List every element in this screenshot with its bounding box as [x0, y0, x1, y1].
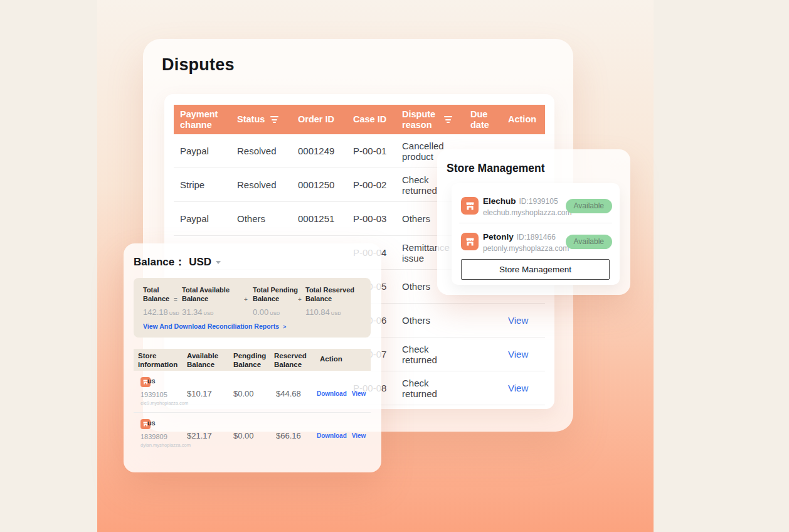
col-dispute-reason: Dispute reason	[402, 105, 465, 134]
view-link[interactable]: View	[508, 383, 543, 393]
cell-order-id: 0001251	[298, 213, 348, 224]
store-id: 1939105	[140, 391, 167, 398]
plus-operator: +	[298, 296, 302, 303]
view-link[interactable]: View	[352, 432, 366, 439]
download-link[interactable]: Download	[317, 390, 347, 397]
region-label: US	[147, 378, 156, 385]
view-link[interactable]: View	[508, 349, 543, 359]
equals-operator: =	[174, 296, 177, 303]
store-list-panel: ElechubID:1939105 elechub.myshoplazza.co…	[452, 183, 620, 285]
balance-store-row: US 1939105 ele9.myshoplazza.com $10.17 $…	[134, 371, 371, 413]
store-domain: ele9.myshoplazza.com	[140, 400, 188, 406]
plus-operator: +	[244, 296, 248, 303]
balance-store-row: US 1839809 dylan.myshoplazza.com $21.17 …	[134, 413, 371, 457]
download-link[interactable]: Download	[317, 432, 347, 439]
col-due-date: Due date	[470, 105, 499, 134]
balance-title: Balance：USD	[134, 255, 221, 269]
available-balance-value: $10.17	[187, 389, 212, 398]
store-id: ID:1939105	[519, 197, 558, 206]
store-domain: elechub.myshoplazza.com	[483, 208, 571, 217]
col-reserved-balance: Reserved Balance	[274, 351, 312, 370]
cell-case-id: P-00-03	[353, 213, 397, 224]
col-payment-channel: Payment channe	[180, 105, 235, 134]
store-id: ID:1891466	[517, 233, 556, 242]
total-balance: Total Balance 142.18USD	[143, 286, 176, 317]
reserved-balance-value: $66.16	[276, 431, 301, 440]
balance-card: Balance：USD Total Balance 142.18USD = To…	[124, 243, 381, 472]
disputes-table-header: Payment channe Status Order ID Case ID D…	[174, 105, 545, 134]
store-management-title: Store Management	[447, 162, 545, 175]
cell-order-id: 0001249	[298, 146, 348, 156]
cell-order-id: 0001250	[298, 179, 348, 190]
cell-case-id: P-00-01	[353, 146, 397, 156]
currency-selector[interactable]: USD	[189, 256, 211, 268]
pending-balance-value: $0.00	[233, 431, 254, 440]
pending-balance-value: $0.00	[233, 389, 254, 398]
cell-dispute-reason: Check returned	[402, 377, 462, 399]
store-id: 1839809	[140, 433, 167, 440]
store-row: PetonlyID:1891466 petonly.myshoplazza.co…	[459, 224, 612, 259]
disputes-title: Disputes	[162, 55, 235, 75]
col-case-id: Case ID	[353, 105, 397, 134]
cell-status: Resolved	[237, 179, 287, 190]
status-filter-icon[interactable]	[270, 116, 278, 123]
col-pending-balance: Pengding Balance	[233, 351, 270, 370]
col-action: Action	[320, 354, 351, 363]
chevron-down-icon[interactable]	[216, 261, 221, 264]
cell-payment-channel: Stripe	[180, 179, 234, 190]
store-name: Elechub	[483, 196, 516, 206]
balance-summary: Total Balance 142.18USD = Total Availabl…	[134, 278, 371, 338]
col-order-id: Order ID	[298, 105, 348, 134]
storefront-icon	[461, 197, 479, 215]
col-action: Action	[508, 105, 543, 134]
store-management-card: Store Management ElechubID:1939105 elech…	[437, 149, 630, 295]
store-management-button[interactable]: Store Management	[461, 259, 610, 280]
store-domain: petonly.myshoplazza.com	[483, 244, 569, 253]
available-balance-value: $21.17	[187, 431, 212, 440]
store-name: Petonly	[483, 232, 514, 242]
total-reserved-balance: Total Reserved Balance 110.84USD	[305, 286, 365, 317]
arrow-right-icon: >	[283, 324, 286, 330]
store-domain: dylan.myshoplazza.com	[140, 442, 191, 448]
col-store-information: Store information	[138, 351, 177, 370]
dispute-reason-filter-icon[interactable]	[444, 116, 452, 123]
balance-label: Balance	[134, 256, 174, 268]
cell-dispute-reason: Others	[402, 315, 462, 326]
status-badge: Available	[566, 199, 612, 213]
cell-payment-channel: Paypal	[180, 146, 234, 156]
reserved-balance-value: $44.68	[276, 389, 301, 398]
total-available-balance: Total Available Balance 31.34USD	[182, 286, 247, 317]
view-link[interactable]: View	[508, 315, 543, 326]
status-badge: Available	[566, 235, 612, 249]
reconciliation-reports-link[interactable]: View And Download Reconciliation Reports…	[143, 322, 286, 330]
view-link[interactable]: View	[352, 390, 366, 397]
cell-dispute-reason: Check returned	[402, 343, 462, 365]
cell-payment-channel: Paypal	[180, 213, 234, 224]
store-row: ElechubID:1939105 elechub.myshoplazza.co…	[459, 188, 612, 223]
page: Disputes Payment channe Status Order ID …	[0, 0, 789, 532]
region-label: US	[147, 420, 156, 427]
cell-case-id: P-00-02	[353, 179, 397, 190]
cell-status: Others	[237, 213, 287, 224]
col-available-balance: Available Balance	[187, 351, 223, 370]
storefront-icon	[461, 233, 479, 250]
col-status: Status	[237, 105, 295, 134]
cell-status: Resolved	[237, 146, 287, 156]
balance-table-header: Store information Available Balance Peng…	[134, 349, 371, 371]
